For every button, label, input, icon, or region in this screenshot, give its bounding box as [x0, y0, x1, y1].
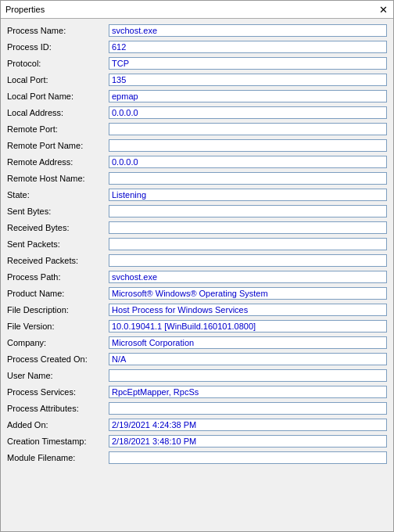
property-row: File Version:10.0.19041.1 [WinBuild.1601…	[7, 319, 387, 333]
properties-window: Properties ✕ Process Name:svchost.exePro…	[0, 0, 394, 532]
property-label: Module Filename:	[7, 453, 109, 462]
property-label: State:	[7, 190, 109, 200]
property-row: Company:Microsoft Corporation	[7, 336, 387, 350]
property-value[interactable]	[109, 402, 387, 415]
property-label: Received Bytes:	[7, 223, 109, 232]
properties-content: Process Name:svchost.exeProcess ID:612Pr…	[1, 19, 393, 531]
property-row: Sent Bytes:	[7, 204, 387, 218]
property-row: Local Address:0.0.0.0	[7, 106, 387, 120]
property-row: Process Attributes:	[7, 401, 387, 415]
property-label: Product Name:	[7, 289, 109, 298]
property-label: Process Path:	[7, 272, 109, 282]
property-label: Added On:	[7, 420, 109, 430]
property-row: Local Port Name:epmap	[7, 89, 387, 103]
property-row: Process ID:612	[7, 40, 387, 54]
property-value[interactable]: TCP	[109, 57, 387, 70]
property-label: Company:	[7, 338, 109, 347]
property-label: Remote Address:	[7, 157, 109, 167]
property-value[interactable]: svchost.exe	[109, 24, 387, 37]
property-row: Creation Timestamp:2/18/2021 3:48:10 PM	[7, 434, 387, 448]
property-label: Remote Port:	[7, 124, 109, 134]
property-value[interactable]: Listening	[109, 189, 387, 201]
property-value[interactable]: 10.0.19041.1 [WinBuild.160101.0800]	[109, 320, 387, 332]
property-row: Process Path:svchost.exe	[7, 270, 387, 284]
property-row: File Description:Host Process for Window…	[7, 303, 387, 317]
property-value[interactable]: epmap	[109, 90, 387, 102]
property-value[interactable]: 0.0.0.0	[109, 106, 387, 119]
property-value[interactable]: RpcEptMapper, RpcSs	[109, 386, 387, 398]
property-value[interactable]: Host Process for Windows Services	[109, 304, 387, 316]
property-label: User Name:	[7, 371, 109, 380]
window-title: Properties	[5, 5, 45, 14]
property-row: Added On:2/19/2021 4:24:38 PM	[7, 418, 387, 432]
property-label: Creation Timestamp:	[7, 437, 109, 446]
property-label: Local Address:	[7, 108, 109, 117]
property-label: Protocol:	[7, 59, 109, 68]
property-value[interactable]: Microsoft® Windows® Operating System	[109, 287, 387, 300]
property-row: Received Bytes:	[7, 221, 387, 235]
property-row: Sent Packets:	[7, 237, 387, 251]
property-value[interactable]: 612	[109, 41, 387, 53]
property-value[interactable]	[109, 172, 387, 185]
property-label: Process Services:	[7, 387, 109, 397]
close-button[interactable]: ✕	[378, 4, 389, 15]
property-value[interactable]	[109, 369, 387, 382]
property-row: Product Name:Microsoft® Windows® Operati…	[7, 286, 387, 300]
property-row: Process Services:RpcEptMapper, RpcSs	[7, 385, 387, 399]
property-row: Remote Port:	[7, 122, 387, 136]
property-label: Process ID:	[7, 42, 109, 52]
property-value[interactable]	[109, 205, 387, 217]
property-value[interactable]: 2/19/2021 4:24:38 PM	[109, 419, 387, 431]
property-label: Received Packets:	[7, 256, 109, 265]
property-value[interactable]: 2/18/2021 3:48:10 PM	[109, 435, 387, 448]
property-value[interactable]: Microsoft Corporation	[109, 336, 387, 349]
property-label: Remote Host Name:	[7, 174, 109, 183]
property-row: State:Listening	[7, 188, 387, 202]
property-value[interactable]	[109, 254, 387, 267]
property-label: File Description:	[7, 305, 109, 315]
property-label: Sent Bytes:	[7, 207, 109, 216]
property-value[interactable]: N/A	[109, 353, 387, 365]
property-value[interactable]	[109, 139, 387, 152]
property-row: Protocol:TCP	[7, 56, 387, 70]
property-label: Process Created On:	[7, 354, 109, 364]
property-row: Local Port:135	[7, 73, 387, 87]
property-value[interactable]: 0.0.0.0	[109, 156, 387, 168]
property-row: Remote Host Name:	[7, 171, 387, 185]
property-value[interactable]: 135	[109, 74, 387, 86]
property-row: Process Name:svchost.exe	[7, 23, 387, 38]
property-value[interactable]: svchost.exe	[109, 271, 387, 283]
property-value[interactable]	[109, 221, 387, 234]
title-bar: Properties ✕	[1, 1, 393, 19]
property-label: Process Name:	[7, 26, 109, 35]
property-label: Sent Packets:	[7, 239, 109, 249]
property-value[interactable]	[109, 238, 387, 250]
property-value[interactable]	[109, 451, 387, 464]
property-label: Process Attributes:	[7, 404, 109, 413]
property-row: Process Created On:N/A	[7, 352, 387, 366]
property-label: Local Port Name:	[7, 92, 109, 101]
property-row: User Name:	[7, 368, 387, 383]
property-label: Local Port:	[7, 75, 109, 84]
property-label: File Version:	[7, 322, 109, 331]
property-label: Remote Port Name:	[7, 141, 109, 150]
property-row: Received Packets:	[7, 253, 387, 268]
property-value[interactable]	[109, 123, 387, 135]
property-row: Remote Address:0.0.0.0	[7, 155, 387, 169]
property-row: Remote Port Name:	[7, 138, 387, 153]
property-row: Module Filename:	[7, 451, 387, 465]
